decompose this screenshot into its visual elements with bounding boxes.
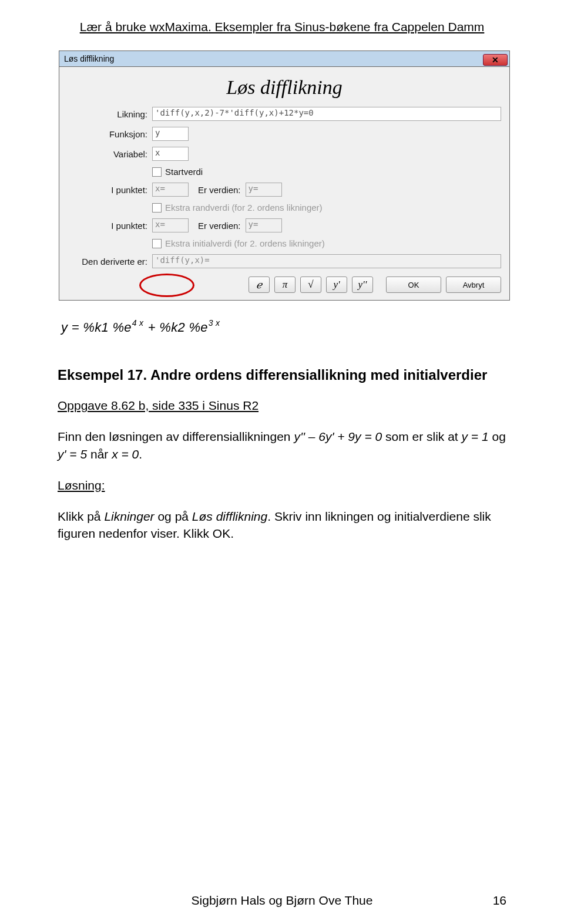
label-erverdien-2: Er verdien: xyxy=(197,221,246,231)
task-text: Finn den løsningen av differensialliknin… xyxy=(58,428,506,463)
input-ip2-y: y= xyxy=(246,218,282,232)
close-button[interactable]: ✕ xyxy=(483,54,508,66)
dialog-window: Løs difflikning ✕ Løs difflikning Liknin… xyxy=(59,50,510,301)
checkbox-icon xyxy=(152,203,162,213)
button-sqrt[interactable]: √ xyxy=(300,276,321,293)
checkbox-startverdi-row[interactable]: Startverdi xyxy=(152,167,501,177)
label-funksjon: Funksjon: xyxy=(68,129,152,139)
button-pi[interactable]: π xyxy=(274,276,296,293)
label-deriverte: Den deriverte er: xyxy=(68,257,152,267)
checkbox-startverdi-label: Startverdi xyxy=(165,167,203,177)
checkbox-initialverdi-label: Ekstra initialverdi (for 2. ordens likni… xyxy=(165,238,325,248)
ok-button[interactable]: OK xyxy=(386,276,441,293)
solution-text: Klikk på Likninger og på Løs difflikning… xyxy=(58,508,506,543)
dialog-heading: Løs difflikning xyxy=(68,76,501,99)
label-likning: Likning: xyxy=(68,109,152,119)
input-variabel[interactable]: x xyxy=(152,147,189,161)
label-ipunktet-2: I punktet: xyxy=(68,221,152,231)
input-ip2-x: x= xyxy=(152,218,189,232)
button-ydoubleprime[interactable]: y'' xyxy=(352,276,373,293)
close-icon: ✕ xyxy=(492,55,499,65)
dialog-body: Løs difflikning Likning: 'diff(y,x,2)-7*… xyxy=(59,67,509,300)
solution-label: Løsning: xyxy=(58,478,506,493)
label-erverdien-1: Er verdien: xyxy=(197,185,246,195)
button-yprime[interactable]: y' xyxy=(326,276,347,293)
example-title: Eksempel 17. Andre ordens differensialli… xyxy=(58,367,506,383)
checkbox-randverdi-row[interactable]: Ekstra randverdi (for 2. ordens likninge… xyxy=(152,203,501,213)
label-ipunktet-1: I punktet: xyxy=(68,185,152,195)
annotation-circle xyxy=(139,274,194,297)
checkbox-icon xyxy=(152,239,162,248)
input-ip1-y: y= xyxy=(246,183,282,197)
cancel-button[interactable]: Avbryt xyxy=(446,276,501,293)
task-reference: Oppgave 8.62 b, side 335 i Sinus R2 xyxy=(58,399,506,413)
checkbox-randverdi-label: Ekstra randverdi (for 2. ordens likninge… xyxy=(165,203,323,213)
page-footer: Sigbjørn Hals og Bjørn Ove Thue xyxy=(0,893,564,908)
input-deriverte: 'diff(y,x)= xyxy=(152,254,501,268)
input-ip1-x: x= xyxy=(152,183,189,197)
label-variabel: Variabel: xyxy=(68,149,152,159)
button-e[interactable]: ℯ xyxy=(249,276,270,293)
page-number: 16 xyxy=(493,893,506,908)
dialog-title: Løs difflikning xyxy=(64,54,114,63)
checkbox-initialverdi-row[interactable]: Ekstra initialverdi (for 2. ordens likni… xyxy=(152,238,501,248)
input-funksjon[interactable]: y xyxy=(152,127,189,141)
dialog-titlebar[interactable]: Løs difflikning ✕ xyxy=(59,51,509,67)
checkbox-icon xyxy=(152,167,162,177)
result-equation: y = %k1 %e4 x + %k2 %e3 x xyxy=(61,318,506,335)
page-header: Lær å bruke wxMaxima. Eksempler fra Sinu… xyxy=(58,20,506,34)
input-likning[interactable]: 'diff(y,x,2)-7*'diff(y,x)+12*y=0 xyxy=(152,107,501,121)
